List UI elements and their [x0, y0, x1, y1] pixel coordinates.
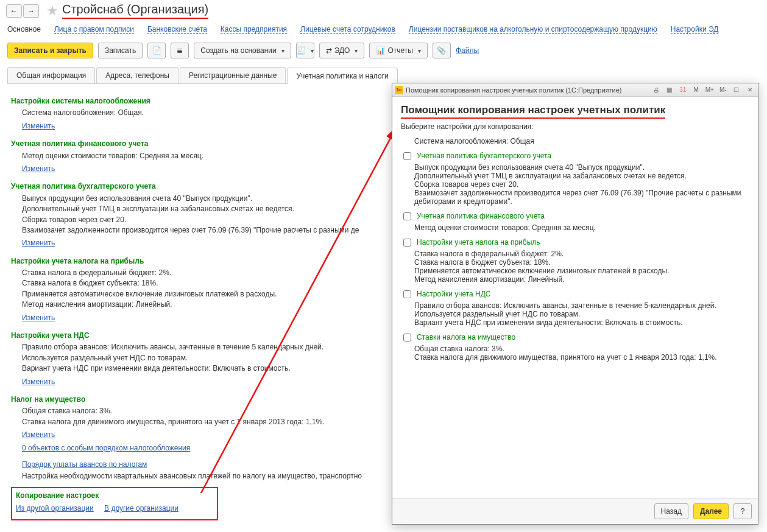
dlg-vat-l1: Правило отбора авансов: Исключить авансы…: [414, 301, 749, 310]
dlg-acc-l3: Сборка товаров через счет 20.: [414, 180, 749, 189]
chk-profit-label: Настройки учета налога на прибыль: [417, 238, 540, 247]
chk-fin-label: Учетная политика финансового учета: [417, 212, 545, 220]
copy-wizard-dialog: 1c Помощник копирования настроек учетных…: [392, 83, 758, 525]
back-button[interactable]: Назад: [654, 503, 688, 519]
change-link-acc[interactable]: Изменить: [22, 238, 55, 248]
change-link-profit[interactable]: Изменить: [22, 313, 55, 323]
dlg-profit-l4: Метод начисления амортизации: Линейный.: [414, 275, 749, 284]
tab-accounting-policy[interactable]: Учетная политика и налоги: [287, 68, 397, 84]
dlg-fin-l1: Метод оценки стоимости товаров: Средняя …: [414, 223, 749, 232]
print-icon[interactable]: 🖨: [651, 85, 662, 95]
chk-financial-policy[interactable]: [403, 212, 411, 220]
edo-button[interactable]: ⇄ ЭДО: [319, 43, 365, 58]
edo-label: ЭДО: [334, 46, 350, 55]
memory-mminus-icon[interactable]: M-: [718, 85, 729, 95]
dialog-footer: Назад Далее ?: [392, 498, 758, 524]
nav-link-bank[interactable]: Банковские счета: [147, 25, 207, 34]
next-button[interactable]: Далее: [693, 503, 729, 519]
chk-prop-label: Ставки налога на имущество: [417, 333, 515, 341]
nav-link-main[interactable]: Основное: [7, 25, 41, 34]
create-based-button[interactable]: Создать на основании: [194, 43, 291, 58]
one-c-logo-icon: 1c: [395, 86, 403, 94]
save-button[interactable]: Записать: [98, 43, 143, 58]
chk-profit-tax[interactable]: [403, 239, 411, 247]
tab-registration[interactable]: Регистрационные данные: [180, 67, 286, 83]
reports-button[interactable]: 📊 Отчеты: [369, 43, 427, 58]
dialog-titlebar[interactable]: 1c Помощник копирования настроек учетных…: [392, 83, 758, 97]
help-button[interactable]: ?: [733, 503, 752, 519]
dlg-prop-l1: Общая ставка налога: 3%.: [414, 345, 749, 353]
save-close-button[interactable]: Записать и закрыть: [7, 43, 93, 58]
copy-heading: Копирование настроек: [16, 491, 213, 501]
nav-link-cash[interactable]: Кассы предприятия: [221, 25, 287, 34]
favorite-star-icon[interactable]: ★: [46, 3, 58, 19]
dialog-window-title: Помощник копирования настроек учетных по…: [406, 86, 622, 94]
change-link-vat[interactable]: Изменить: [22, 377, 55, 387]
chk-vat[interactable]: [403, 290, 411, 298]
dlg-prop-l2: Ставка налога для движимого имущества, п…: [414, 353, 749, 362]
dialog-subtitle: Выберите настройки для копирования:: [401, 122, 749, 131]
copy-icon-button[interactable]: 📄: [147, 43, 166, 58]
chk-accounting-label: Учетная политика бухгалтерского учета: [417, 152, 551, 160]
advance-payment-link[interactable]: Порядок уплаты авансов по налогам: [22, 460, 147, 469]
memory-m-icon[interactable]: M: [691, 85, 702, 95]
dlg-acc-l1: Выпуск продукции без использования счета…: [414, 163, 749, 172]
calendar-icon[interactable]: 31: [677, 85, 688, 95]
files-link[interactable]: Файлы: [456, 46, 479, 55]
copy-from-link[interactable]: Из другой организации: [16, 504, 94, 513]
tab-general[interactable]: Общая информация: [7, 67, 95, 83]
dlg-profit-l2: Ставка налога в бюджет субъекта: 18%.: [414, 258, 749, 267]
dlg-vat-l3: Вариант учета НДС при изменении вида дея…: [414, 318, 749, 327]
nav-link-ed[interactable]: Настройки ЭД: [671, 25, 719, 34]
dialog-title: Помощник копирования настроек учетных по…: [401, 104, 665, 119]
toolbar: Записать и закрыть Записать 📄 ≣ Создать …: [0, 40, 767, 65]
tab-bar: Общая информация Адреса, телефоны Регист…: [7, 67, 760, 84]
grid-icon[interactable]: ▦: [664, 85, 675, 95]
change-link-fin[interactable]: Изменить: [22, 164, 55, 174]
maximize-icon[interactable]: ☐: [731, 85, 742, 95]
window-icon-group: 🖨 ▦ 31 M M+ M- ☐ ✕: [650, 85, 755, 95]
dlg-vat-l2: Используется раздельный учет НДС по това…: [414, 310, 749, 318]
list-icon-button[interactable]: ≣: [171, 43, 189, 58]
copy-to-link[interactable]: В другие организации: [104, 504, 178, 513]
nav-link-staff-accounts[interactable]: Лицевые счета сотрудников: [300, 25, 395, 34]
copy-settings-box: Копирование настроек Из другой организац…: [11, 487, 218, 520]
special-objects-link[interactable]: 0 объектов с особым порядком налогооблож…: [22, 444, 190, 452]
nav-forward-button[interactable]: →: [23, 4, 39, 18]
reports-label: Отчеты: [387, 46, 412, 55]
nav-link-signers[interactable]: Лица с правом подписи: [54, 25, 134, 34]
dlg-tax-sys: Система налогообложения: Общая: [414, 137, 749, 145]
close-icon[interactable]: ✕: [744, 85, 755, 95]
section-nav: Основное Лица с правом подписи Банковски…: [0, 21, 767, 40]
stamp-icon-button[interactable]: 🧾: [296, 43, 314, 58]
dlg-profit-l3: Применяется автоматическое включение лиз…: [414, 267, 749, 275]
page-title: Стройснаб (Организация): [62, 2, 208, 19]
dlg-profit-l1: Ставка налога в федеральный бюджет: 2%.: [414, 250, 749, 258]
dlg-acc-l4: Взаимозачет задолженности производится ч…: [414, 189, 749, 206]
tab-addresses[interactable]: Адреса, телефоны: [96, 67, 178, 83]
dlg-acc-l2: Дополнительный учет ТМЦ в эксплуатации н…: [414, 172, 749, 180]
attach-icon-button[interactable]: 📎: [433, 43, 451, 58]
nav-link-licenses[interactable]: Лицензии поставщиков на алкогольную и сп…: [409, 25, 657, 34]
change-link-tax[interactable]: Изменить: [22, 121, 55, 131]
change-link-prop[interactable]: Изменить: [22, 430, 55, 440]
chk-accounting-policy[interactable]: [403, 152, 411, 160]
chk-vat-label: Настройки учета НДС: [417, 290, 491, 298]
nav-back-button[interactable]: ←: [6, 4, 22, 18]
memory-mplus-icon[interactable]: M+: [704, 85, 715, 95]
chk-property-tax[interactable]: [403, 334, 411, 341]
